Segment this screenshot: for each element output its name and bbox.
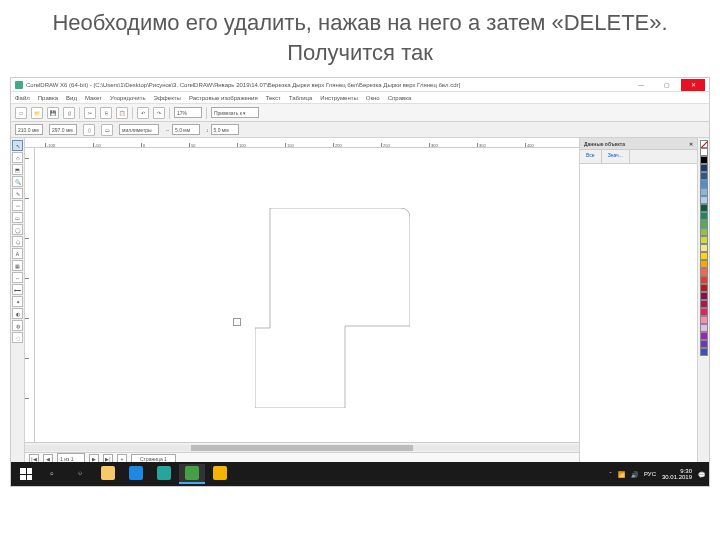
units-dropdown[interactable]: миллиметры bbox=[119, 124, 159, 135]
menu-arrange[interactable]: Упорядочить bbox=[110, 95, 146, 101]
color-swatch[interactable] bbox=[700, 204, 708, 212]
color-swatch[interactable] bbox=[700, 300, 708, 308]
taskbar-edge[interactable] bbox=[123, 464, 149, 484]
open-button[interactable]: 📁 bbox=[31, 107, 43, 119]
redo-button[interactable]: ↷ bbox=[153, 107, 165, 119]
menu-edit[interactable]: Правка bbox=[38, 95, 58, 101]
color-swatch[interactable] bbox=[700, 284, 708, 292]
tray-action-center-icon[interactable]: 💬 bbox=[698, 471, 705, 478]
color-swatch[interactable] bbox=[700, 156, 708, 164]
pick-tool[interactable]: ↖ bbox=[12, 140, 23, 151]
color-swatch[interactable] bbox=[700, 276, 708, 284]
menu-effects[interactable]: Эффекты bbox=[154, 95, 181, 101]
print-button[interactable]: ⎙ bbox=[63, 107, 75, 119]
menu-window[interactable]: Окно bbox=[366, 95, 380, 101]
color-swatch[interactable] bbox=[700, 220, 708, 228]
color-swatch[interactable] bbox=[700, 268, 708, 276]
color-swatch[interactable] bbox=[700, 180, 708, 188]
menu-layout[interactable]: Макет bbox=[85, 95, 102, 101]
color-swatch[interactable] bbox=[700, 308, 708, 316]
page-width-field[interactable]: 210.0 мм bbox=[15, 124, 43, 135]
color-swatch[interactable] bbox=[700, 252, 708, 260]
taskbar-search[interactable]: ⌕ bbox=[39, 464, 65, 484]
ruler-vertical[interactable] bbox=[25, 148, 35, 442]
docker-close-icon[interactable]: ✕ bbox=[689, 141, 693, 147]
start-button[interactable] bbox=[15, 464, 37, 484]
polygon-tool[interactable]: ⬠ bbox=[12, 236, 23, 247]
swatch-none[interactable] bbox=[700, 140, 708, 148]
color-swatch[interactable] bbox=[700, 236, 708, 244]
undo-button[interactable]: ↶ bbox=[137, 107, 149, 119]
taskbar-chrome[interactable] bbox=[207, 464, 233, 484]
landscape-button[interactable]: ▭ bbox=[101, 124, 113, 136]
menu-table[interactable]: Таблица bbox=[289, 95, 313, 101]
tray-language[interactable]: РУС bbox=[644, 471, 656, 477]
color-swatch[interactable] bbox=[700, 228, 708, 236]
fill-tool[interactable]: ◍ bbox=[12, 320, 23, 331]
docker-tab-all[interactable]: Все bbox=[580, 150, 602, 163]
crop-tool[interactable]: ⬒ bbox=[12, 164, 23, 175]
color-swatch[interactable] bbox=[700, 188, 708, 196]
drawn-shape[interactable] bbox=[255, 208, 410, 408]
new-button[interactable]: □ bbox=[15, 107, 27, 119]
taskbar-coreldraw[interactable] bbox=[179, 464, 205, 484]
smart-tool[interactable]: ⌓ bbox=[12, 200, 23, 211]
shape-tool[interactable]: ◇ bbox=[12, 152, 23, 163]
color-swatch[interactable] bbox=[700, 316, 708, 324]
color-swatch[interactable] bbox=[700, 244, 708, 252]
color-swatch[interactable] bbox=[700, 148, 708, 156]
taskbar-store[interactable] bbox=[151, 464, 177, 484]
color-swatch[interactable] bbox=[700, 340, 708, 348]
menu-bitmaps[interactable]: Растровые изображения bbox=[189, 95, 258, 101]
freehand-tool[interactable]: ✎ bbox=[12, 188, 23, 199]
tray-date[interactable]: 30.01.2019 bbox=[662, 474, 692, 480]
cut-button[interactable]: ✂ bbox=[84, 107, 96, 119]
copy-button[interactable]: ⎘ bbox=[100, 107, 112, 119]
color-swatch[interactable] bbox=[700, 196, 708, 204]
color-swatch[interactable] bbox=[700, 324, 708, 332]
small-rectangle-object[interactable] bbox=[233, 318, 241, 326]
table-tool[interactable]: ▦ bbox=[12, 260, 23, 271]
menu-text[interactable]: Текст bbox=[266, 95, 281, 101]
tray-volume-icon[interactable]: 🔊 bbox=[631, 471, 638, 478]
maximize-button[interactable]: ▢ bbox=[655, 79, 679, 91]
nudge-x-field[interactable]: 5,0 мм bbox=[172, 124, 200, 135]
close-button[interactable]: ✕ bbox=[681, 79, 705, 91]
color-swatch[interactable] bbox=[700, 332, 708, 340]
color-swatch[interactable] bbox=[700, 212, 708, 220]
text-tool[interactable]: A bbox=[12, 248, 23, 259]
rectangle-tool[interactable]: ▭ bbox=[12, 212, 23, 223]
menu-view[interactable]: Вид bbox=[66, 95, 77, 101]
color-swatch[interactable] bbox=[700, 260, 708, 268]
zoom-tool[interactable]: 🔍 bbox=[12, 176, 23, 187]
drawing-canvas[interactable] bbox=[35, 148, 579, 442]
minimize-button[interactable]: — bbox=[629, 79, 653, 91]
eyedropper-tool[interactable]: ◐ bbox=[12, 308, 23, 319]
ruler-horizontal[interactable]: -100-50050100150200250300350400 bbox=[25, 138, 579, 148]
effects-tool[interactable]: ✦ bbox=[12, 296, 23, 307]
nudge-y-field[interactable]: 5,0 мм bbox=[211, 124, 239, 135]
menu-help[interactable]: Справка bbox=[388, 95, 412, 101]
dimension-tool[interactable]: ↔ bbox=[12, 272, 23, 283]
menu-file[interactable]: Файл bbox=[15, 95, 30, 101]
tray-network-icon[interactable]: 📶 bbox=[618, 471, 625, 478]
color-swatch[interactable] bbox=[700, 348, 708, 356]
portrait-button[interactable]: ▯ bbox=[83, 124, 95, 136]
color-swatch[interactable] bbox=[700, 164, 708, 172]
scrollbar-horizontal[interactable] bbox=[25, 442, 579, 452]
save-button[interactable]: 💾 bbox=[47, 107, 59, 119]
connector-tool[interactable]: ⟵ bbox=[12, 284, 23, 295]
ellipse-tool[interactable]: ◯ bbox=[12, 224, 23, 235]
outline-tool[interactable]: ◌ bbox=[12, 332, 23, 343]
snap-dropdown[interactable]: Привязать к ▾ bbox=[211, 107, 259, 118]
taskbar-cortana[interactable]: ○ bbox=[67, 464, 93, 484]
docker-tab-values[interactable]: Знач... bbox=[602, 150, 630, 163]
taskbar-file-explorer[interactable] bbox=[95, 464, 121, 484]
zoom-field[interactable]: 17% bbox=[174, 107, 202, 118]
menu-tools[interactable]: Инструменты bbox=[320, 95, 357, 101]
color-swatch[interactable] bbox=[700, 292, 708, 300]
color-swatch[interactable] bbox=[700, 172, 708, 180]
tray-expand-icon[interactable]: ˄ bbox=[609, 471, 612, 478]
paste-button[interactable]: 📋 bbox=[116, 107, 128, 119]
page-height-field[interactable]: 297.0 мм bbox=[49, 124, 77, 135]
